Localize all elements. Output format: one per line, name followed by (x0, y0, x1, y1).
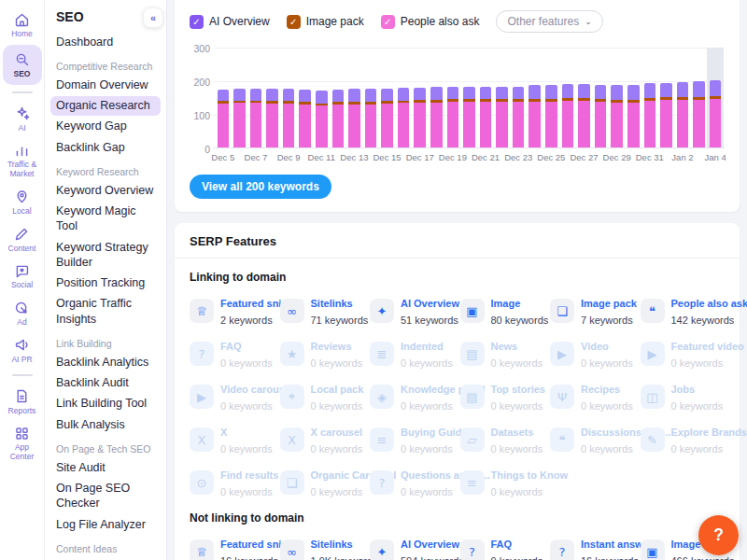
serp-feature-label[interactable]: Explore Brands (671, 427, 747, 438)
serp-feature-label[interactable]: News (491, 341, 518, 352)
sidebar-entry[interactable]: Keyword Research (56, 166, 161, 177)
sidebar-entry[interactable]: Backlink Gap (50, 137, 161, 157)
serp-feature-item[interactable]: ? Instant answer 16 keywords (550, 535, 635, 560)
serp-feature-item[interactable]: ❝ People also ask 142 keywords (641, 294, 726, 328)
serp-feature-label[interactable]: Indented (401, 341, 444, 352)
serp-feature-item[interactable]: ▶ Video carousel 0 keywords (190, 380, 275, 413)
sidebar-entry[interactable]: Bulk Analysis (50, 414, 161, 434)
bar-slot[interactable] (707, 48, 724, 147)
bar-slot[interactable] (527, 48, 543, 147)
serp-feature-label[interactable]: FAQ (220, 341, 242, 352)
bar-slot[interactable] (609, 48, 626, 147)
serp-feature-item[interactable]: ✦ AI Overview 51 keywords (370, 294, 455, 328)
bar-slot[interactable] (247, 48, 264, 147)
serp-feature-label[interactable]: Sitelinks (311, 539, 353, 550)
bar-slot[interactable] (429, 48, 445, 147)
bar-slot[interactable] (494, 48, 511, 147)
serp-feature-item[interactable]: ♕ Featured snippet 2 keywords (190, 294, 275, 328)
bar-slot[interactable] (625, 48, 641, 147)
sidebar-entry[interactable]: On Page & Tech SEO (56, 443, 161, 455)
bar-slot[interactable] (674, 48, 691, 147)
checkbox-checked-icon[interactable]: ✓ (190, 15, 204, 29)
sidebar-entry[interactable]: Position Tracking (50, 273, 161, 293)
sidebar-entry[interactable]: Keyword Gap (50, 117, 161, 136)
bar-slot[interactable] (543, 48, 560, 147)
serp-feature-label[interactable]: Image (671, 539, 701, 550)
serp-feature-label[interactable]: Jobs (671, 384, 696, 395)
bar-slot[interactable] (576, 48, 593, 147)
serp-feature-item[interactable]: ❏ Organic Carousel 0 keywords (280, 466, 365, 499)
serp-feature-label[interactable]: AI Overview (401, 539, 459, 550)
help-button[interactable]: ? (698, 515, 739, 555)
serp-feature-item[interactable]: ❏ Image pack 7 keywords (550, 294, 635, 328)
rail-item[interactable]: Social (3, 259, 42, 293)
sidebar-entry[interactable]: Keyword Strategy Builder (50, 237, 161, 273)
sidebar-entry[interactable]: Dashboard (50, 32, 161, 51)
serp-feature-label[interactable]: Recipes (581, 384, 620, 395)
serp-feature-item[interactable]: ⊙ Find results on 0 keywords (190, 466, 275, 499)
bar-slot[interactable] (461, 48, 478, 147)
serp-feature-label[interactable]: Things to Know (491, 469, 568, 481)
rail-item[interactable]: Content (3, 222, 42, 257)
serp-feature-label[interactable]: Featured video (671, 341, 744, 352)
rail-item[interactable]: Reports (3, 385, 42, 419)
serp-feature-item[interactable]: ≡ Buying Guide 0 keywords (370, 423, 455, 456)
bar-slot[interactable] (444, 48, 461, 147)
serp-feature-item[interactable]: ▤ News 0 keywords (460, 337, 545, 371)
bar-slot[interactable] (280, 48, 297, 147)
bar-slot[interactable] (395, 48, 412, 147)
sidebar-entry[interactable]: Backlink Analytics (50, 352, 161, 371)
serp-feature-item[interactable]: ❝ Discussions and... 0 keywords (550, 423, 635, 456)
serp-feature-label[interactable]: Sitelinks (311, 298, 353, 309)
rail-item[interactable]: Traffic & Market (3, 138, 42, 182)
sidebar-entry[interactable]: Organic Research (50, 96, 161, 116)
serp-feature-item[interactable]: ★ Reviews 0 keywords (280, 337, 365, 371)
bar-slot[interactable] (510, 48, 527, 147)
serp-feature-label[interactable]: Image (491, 298, 521, 309)
serp-feature-item[interactable]: ◫ Jobs 0 keywords (641, 380, 726, 413)
serp-feature-item[interactable]: X X carousel 0 keywords (280, 423, 365, 456)
serp-feature-item[interactable]: ◈ Knowledge panel 0 keywords (370, 380, 455, 413)
sidebar-entry[interactable]: On Page SEO Checker (50, 479, 161, 514)
chart-plot[interactable]: 0100200300 (214, 48, 725, 148)
view-all-keywords-button[interactable]: View all 200 keywords (190, 175, 331, 199)
rail-item[interactable]: SEO (3, 45, 42, 85)
sidebar-entry[interactable]: Keyword Overview (50, 180, 161, 200)
serp-feature-label[interactable]: Datasets (491, 427, 534, 438)
serp-feature-item[interactable]: ≣ Indented 0 keywords (370, 337, 455, 371)
rail-item[interactable]: Home (3, 7, 42, 42)
serp-feature-label[interactable]: Top stories (491, 384, 545, 395)
bar-slot[interactable] (346, 48, 363, 147)
serp-feature-item[interactable]: ⌖ Local pack 0 keywords (280, 380, 365, 413)
serp-feature-label[interactable]: Reviews (311, 341, 352, 352)
rail-item[interactable]: App Center (3, 421, 42, 465)
sidebar-entry[interactable]: Organic Traffic Insights (50, 294, 161, 329)
bar-slot[interactable] (232, 48, 248, 147)
serp-feature-item[interactable]: ▱ Datasets 0 keywords (460, 423, 545, 456)
bar-slot[interactable] (641, 48, 658, 147)
legend-checkbox-item[interactable]: ✓ People also ask (381, 15, 480, 29)
sidebar-entry[interactable]: Keyword Magic Tool (50, 202, 161, 237)
checkbox-checked-icon[interactable]: ✓ (381, 15, 395, 29)
serp-feature-item[interactable]: ✦ AI Overview 594 keywords (370, 535, 455, 560)
bar-slot[interactable] (691, 48, 708, 147)
serp-feature-item[interactable]: ▶ Featured video 0 keywords (641, 337, 726, 371)
legend-checkbox-item[interactable]: ✓ Image pack (287, 15, 364, 29)
bar-slot[interactable] (264, 48, 281, 147)
rail-item[interactable]: AI PR (3, 333, 42, 368)
sidebar-entry[interactable]: Link Building Tool (50, 394, 161, 413)
serp-feature-item[interactable]: ? FAQ 9 keywords (460, 535, 545, 560)
serp-feature-item[interactable]: ▶ Video 0 keywords (550, 337, 635, 371)
serp-feature-item[interactable]: X X 0 keywords (190, 423, 275, 456)
checkbox-checked-icon[interactable]: ✓ (287, 15, 301, 29)
serp-feature-item[interactable]: Ψ Recipes 0 keywords (550, 380, 635, 413)
serp-feature-item[interactable]: ▣ Image 80 keywords (460, 294, 545, 328)
sidebar-entry[interactable]: Site Audit (50, 457, 161, 477)
serp-feature-label[interactable]: FAQ (491, 539, 513, 550)
serp-feature-label[interactable]: Local pack (311, 384, 364, 395)
bar-slot[interactable] (362, 48, 379, 147)
bar-slot[interactable] (297, 48, 314, 147)
serp-feature-item[interactable]: ? FAQ 0 keywords (190, 337, 275, 371)
bar-slot[interactable] (330, 48, 346, 147)
serp-feature-label[interactable]: Image pack (581, 298, 637, 309)
